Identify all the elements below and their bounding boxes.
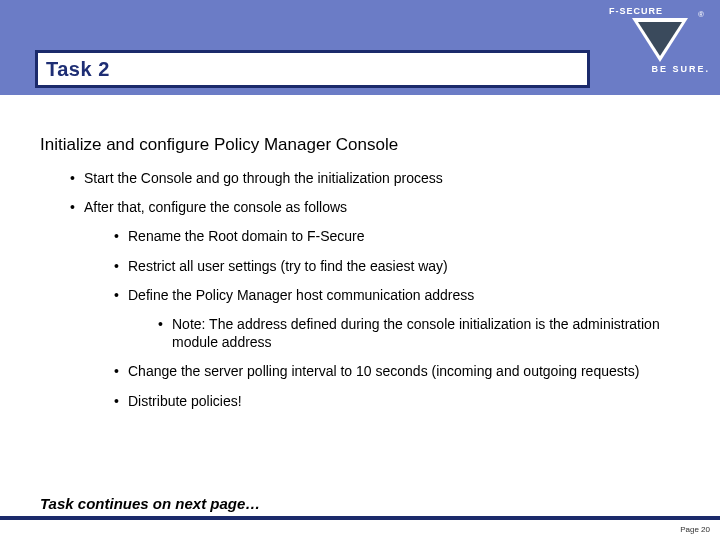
slide-content: Initialize and configure Policy Manager …	[0, 95, 720, 410]
fsecure-logo: ® F-SECURE BE SURE.	[607, 6, 712, 88]
bullet-list-level2: Rename the Root domain to F-Secure Restr…	[84, 227, 680, 409]
title-bar: Task 2	[35, 50, 590, 88]
logo-brand-text: F-SECURE	[609, 6, 663, 16]
list-item: After that, configure the console as fol…	[70, 198, 680, 410]
list-item: Define the Policy Manager host communica…	[114, 286, 680, 352]
continues-note: Task continues on next page…	[40, 495, 260, 512]
triangle-inner-icon	[638, 22, 682, 56]
bullet-text: Note: The address defined during the con…	[172, 316, 660, 350]
list-item: Restrict all user settings (try to find …	[114, 257, 680, 275]
logo-tagline-text: BE SURE.	[651, 64, 710, 74]
footer-divider	[0, 516, 720, 520]
bullet-list-level3: Note: The address defined during the con…	[128, 315, 680, 351]
list-item: Distribute policies!	[114, 392, 680, 410]
bullet-text: Distribute policies!	[128, 393, 242, 409]
bullet-text: Define the Policy Manager host communica…	[128, 287, 474, 303]
bullet-text: Rename the Root domain to F-Secure	[128, 228, 365, 244]
bullet-list-level1: Start the Console and go through the ini…	[40, 169, 680, 410]
list-item: Change the server polling interval to 10…	[114, 362, 680, 380]
bullet-text: Change the server polling interval to 10…	[128, 363, 639, 379]
list-item: Note: The address defined during the con…	[158, 315, 680, 351]
triangle-icon	[632, 18, 688, 62]
bullet-text: Start the Console and go through the ini…	[84, 170, 443, 186]
registered-icon: ®	[698, 10, 704, 19]
content-heading: Initialize and configure Policy Manager …	[40, 135, 680, 155]
slide-title: Task 2	[46, 58, 110, 81]
slide-header: Task 2 ® F-SECURE BE SURE.	[0, 0, 720, 95]
bullet-text: Restrict all user settings (try to find …	[128, 258, 448, 274]
list-item: Rename the Root domain to F-Secure	[114, 227, 680, 245]
list-item: Start the Console and go through the ini…	[70, 169, 680, 187]
bullet-text: After that, configure the console as fol…	[84, 199, 347, 215]
page-number: Page 20	[680, 525, 710, 534]
